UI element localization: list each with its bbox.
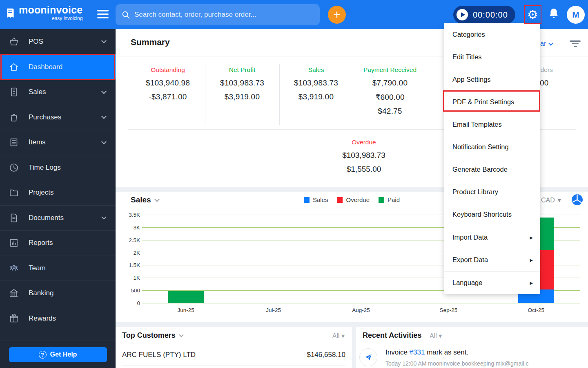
menu-item-label: App Settings [452,76,491,83]
sidebar-item-purchases[interactable]: Purchases [0,105,116,130]
avatar[interactable]: M [567,6,585,24]
brand-name: mooninvoice [19,5,82,15]
sidebar-item-team[interactable]: Team [0,256,116,281]
play-icon[interactable] [457,9,468,20]
menu-item-generate-barcode[interactable]: Generate Barcode [444,158,540,181]
paper-plane-icon [364,353,372,361]
customers-filter-dropdown[interactable]: All ▾ [332,332,345,340]
global-search [116,4,320,25]
overdue-stat: Overdue $103,983.73$1,555.00 [309,139,419,179]
legend-item-paid[interactable]: Paid [379,196,400,203]
sent-activity-badge [359,348,377,366]
summary-title: Summary [131,37,170,47]
legend-item-sales[interactable]: Sales [304,196,328,203]
timer-value: 00:00:00 [473,10,508,20]
summary-card-value: $103,983.73 [279,79,353,88]
y-axis-tick: 1K [121,275,140,281]
menu-item-label: Email Templates [452,121,502,128]
hamburger-menu-icon[interactable] [97,10,109,20]
summary-card-value: $42.75 [353,107,427,116]
top-customers-dropdown[interactable]: Top Customers [122,331,183,340]
y-axis-tick: 500 [121,287,140,294]
summary-card-value: -$3,871.00 [131,92,205,101]
menu-item-keyboard-shortcuts[interactable]: Keyboard Shortcuts [444,203,540,226]
sidebar-item-time-logs[interactable]: Time Logs [0,155,116,180]
search-input[interactable] [134,11,314,19]
triangle-down-icon: ▾ [558,196,561,204]
settings-button[interactable]: ⚙ [524,6,541,24]
chevron-down-icon [549,41,553,45]
legend-item-overdue[interactable]: Overdue [337,196,370,203]
get-help-button[interactable]: ? Get Help [9,347,107,362]
clock-icon [9,163,19,173]
file-icon [9,213,19,223]
invoice-number-link[interactable]: #331 [410,348,425,356]
menu-item-export-data[interactable]: Export Data▸ [444,249,540,271]
timer-widget[interactable]: 00:00:00 [453,6,515,24]
activities-filter-dropdown[interactable]: All ▾ [430,332,442,340]
bar-segment-paid [168,291,204,303]
menu-item-pdf-print-settings[interactable]: PDF & Print Settings [444,91,540,113]
pie-chart-toggle[interactable] [571,194,583,207]
sidebar-item-reports[interactable]: Reports [0,230,116,256]
menu-item-edit-titles[interactable]: Edit Titles [444,46,540,68]
filter-icon[interactable] [570,40,581,49]
settings-menu: CategoriesEdit TitlesApp SettingsPDF & P… [444,23,540,294]
activity-row[interactable]: Invoice #331 mark as sent. Today 12:00 A… [359,348,528,367]
sidebar-item-banking[interactable]: Banking [0,280,116,306]
sidebar-item-label: POS [29,38,102,46]
menu-item-categories[interactable]: Categories [444,23,540,46]
quick-add-button[interactable]: + [328,6,346,24]
menu-item-label: Language [452,279,482,287]
sidebar-item-label: Documents [29,214,102,222]
menu-item-label: Export Data [452,256,488,264]
sidebar-item-label: Items [29,138,102,146]
help-icon: ? [39,351,47,359]
summary-card-value: $3,919.00 [205,92,279,101]
sidebar-item-pos[interactable]: POS [0,29,116,54]
legend-swatch [337,197,343,203]
sidebar-item-label: Reports [29,239,106,247]
sidebar-item-label: Sales [29,88,102,96]
notifications-button[interactable] [548,7,559,21]
chevron-down-icon [101,214,107,220]
sidebar-item-items[interactable]: Items [0,130,116,155]
submenu-arrow-icon: ▸ [530,234,533,241]
legend-swatch [379,197,384,203]
gridline [142,303,580,303]
legend-label: Paid [388,196,400,203]
customer-name: ARC FUELS (PTY) LTD [122,351,196,359]
activity-meta: Today 12:00 AM mooninvoice.bookkeeping.m… [385,360,528,367]
y-axis-tick: 0 [121,300,140,306]
summary-card-label: Net Profit [205,66,279,74]
top-customers-panel: Top Customers All ▾ ARC FUELS (PTY) LTD$… [116,327,352,368]
basket-icon [9,37,19,47]
summary-card-sales: Sales$103,983.73$3,919.00 [279,66,353,106]
period-dropdown[interactable]: ar [540,40,552,47]
menu-item-app-settings[interactable]: App Settings [444,68,540,91]
column-divider [279,64,280,125]
currency-selector[interactable]: CAD▾ [541,196,561,204]
menu-item-notification-setting[interactable]: Notification Setting [444,136,540,158]
menu-item-product-library[interactable]: Product Library [444,181,540,203]
invoice-icon [9,87,19,97]
sidebar-item-projects[interactable]: Projects [0,180,116,205]
chevron-down-icon [101,89,107,94]
summary-card-label: Sales [279,66,353,74]
summary-card-value: $103,983.73 [205,79,279,88]
menu-item-email-templates[interactable]: Email Templates [444,113,540,136]
sidebar-item-sales[interactable]: Sales [0,79,116,105]
menu-item-label: Generate Barcode [452,166,508,173]
menu-item-import-data[interactable]: Import Data▸ [444,226,540,249]
sidebar-item-dashboard[interactable]: Dashboard [0,54,116,80]
sidebar: POSDashboardSalesPurchasesItemsTime Logs… [0,29,116,368]
bar-jun-25 [168,291,204,303]
brand-logo[interactable]: mooninvoice easy invoicing [5,5,82,21]
customer-row[interactable]: ARC FUELS (PTY) LTD$146,658.10 [122,345,345,366]
menu-item-language[interactable]: Language▸ [444,272,540,294]
sidebar-item-rewards[interactable]: Rewards [0,306,116,331]
sidebar-item-documents[interactable]: Documents [0,205,116,231]
search-icon [121,10,130,19]
submenu-arrow-icon: ▸ [530,279,533,287]
y-axis-tick: 2.5K [121,237,140,243]
